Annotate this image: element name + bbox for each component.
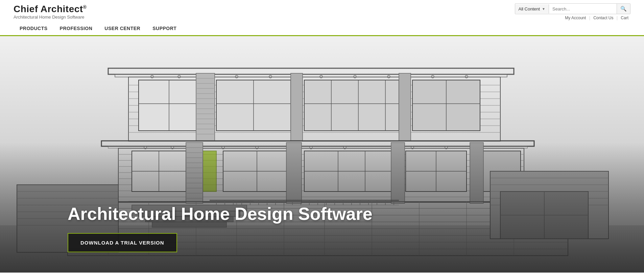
nav-products[interactable]: PRODUCTS: [14, 22, 54, 35]
header-right: All Content ▼ 🔍 My Account | Contact Us …: [515, 3, 631, 20]
search-category-label: All Content: [519, 6, 540, 11]
hero-section: Architectural Home Design Software DOWNL…: [0, 36, 644, 273]
my-account-link[interactable]: My Account: [563, 16, 588, 20]
logo[interactable]: Chief Architect® Architectural Home Desi…: [14, 4, 87, 20]
nav-user-center[interactable]: USER CENTER: [98, 22, 146, 35]
sep-2: |: [616, 16, 619, 20]
brand-tagline: Architectural Home Design Software: [14, 15, 87, 20]
account-links: My Account | Contact Us | Cart: [563, 16, 630, 20]
brand-name-text: Chief Architect: [14, 4, 83, 14]
contact-us-link[interactable]: Contact Us: [591, 16, 615, 20]
trial-download-button[interactable]: DOWNLOAD A TRIAL VERSION: [68, 233, 177, 252]
cart-link[interactable]: Cart: [619, 16, 630, 20]
search-category-dropdown[interactable]: All Content ▼: [515, 4, 549, 14]
sep-1: |: [588, 16, 591, 20]
hero-content: Architectural Home Design Software DOWNL…: [68, 204, 373, 252]
main-nav: PRODUCTS PROFESSION USER CENTER SUPPORT: [14, 22, 630, 35]
site-header: Chief Architect® Architectural Home Desi…: [0, 0, 644, 36]
hero-headline: Architectural Home Design Software: [68, 204, 373, 224]
nav-profession[interactable]: PROFESSION: [54, 22, 99, 35]
svg-rect-40: [291, 73, 303, 141]
svg-rect-19: [304, 80, 399, 131]
svg-rect-41: [399, 73, 411, 141]
brand-name: Chief Architect®: [14, 4, 87, 14]
brand-registered: ®: [83, 4, 87, 9]
dropdown-arrow-icon: ▼: [542, 7, 545, 11]
search-input[interactable]: [549, 4, 617, 14]
search-button[interactable]: 🔍: [617, 4, 630, 14]
nav-support[interactable]: SUPPORT: [146, 22, 183, 35]
search-bar: All Content ▼ 🔍: [515, 3, 631, 14]
search-icon: 🔍: [620, 6, 627, 11]
